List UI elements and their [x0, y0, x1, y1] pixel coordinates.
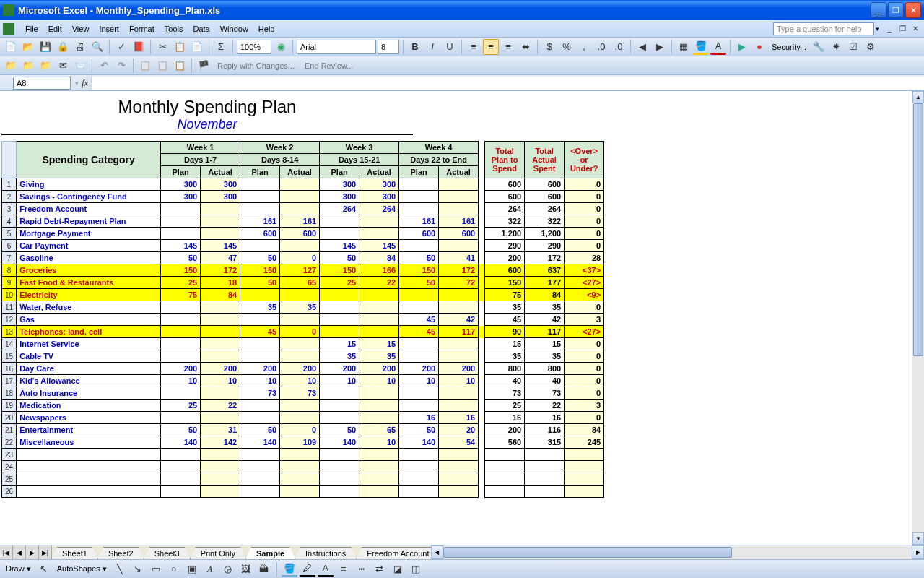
save-icon[interactable]: 💾 — [38, 39, 53, 55]
table-row[interactable]: 13Telephones: land, cell4504511790117<27… — [2, 326, 604, 338]
align-right-icon[interactable]: ≡ — [500, 39, 516, 55]
textbox-icon[interactable]: ▣ — [184, 561, 200, 577]
tool1-icon[interactable]: 🔧 — [811, 39, 827, 55]
line-icon[interactable]: ╲ — [112, 561, 128, 577]
name-box[interactable] — [13, 77, 71, 90]
table-row[interactable]: 12Gas454245423 — [2, 314, 604, 326]
research-icon[interactable]: 📕 — [131, 39, 147, 55]
table-row[interactable]: 20Newspapers161616160 — [2, 412, 604, 424]
sheet-tab-sample[interactable]: Sample — [245, 547, 295, 559]
hscroll-thumb[interactable] — [443, 547, 732, 558]
menu-help[interactable]: Help — [253, 22, 280, 35]
3d-icon[interactable]: ◫ — [408, 561, 424, 577]
play-icon[interactable]: ▶ — [734, 39, 750, 55]
sheet-tab-sheet1[interactable]: Sheet1 — [51, 547, 98, 559]
rev7-icon[interactable]: ↷ — [113, 58, 129, 74]
table-row[interactable]: 10Electricity75847584<9> — [2, 289, 604, 301]
doc-restore-button[interactable]: ❐ — [897, 24, 908, 34]
diagram-icon[interactable]: ◶ — [220, 561, 236, 577]
table-row[interactable]: 23 — [2, 449, 604, 461]
increase-indent-icon[interactable]: ▶ — [652, 39, 668, 55]
italic-icon[interactable]: I — [424, 39, 440, 55]
line-color-icon[interactable]: 🖊 — [300, 561, 315, 577]
table-row[interactable]: 25 — [2, 473, 604, 486]
sheet-tab-instructions[interactable]: Instructions — [295, 547, 357, 559]
oval-icon[interactable]: ○ — [166, 561, 182, 577]
menu-file[interactable]: File — [20, 22, 43, 35]
help-search-input[interactable] — [773, 22, 874, 35]
percent-icon[interactable]: % — [559, 39, 575, 55]
font-color-icon[interactable]: A — [710, 39, 726, 55]
fill-color-icon[interactable]: 🪣 — [693, 39, 709, 55]
scroll-thumb[interactable] — [913, 103, 923, 356]
rev-flag-icon[interactable]: 🏴 — [196, 58, 212, 74]
table-row[interactable]: 18Auto Insurance737373730 — [2, 387, 604, 400]
tool3-icon[interactable]: ☑ — [845, 39, 861, 55]
wordart-icon[interactable]: 𝐴 — [202, 561, 218, 577]
bold-icon[interactable]: B — [407, 39, 423, 55]
print-preview-icon[interactable]: 🔍 — [90, 39, 105, 55]
borders-icon[interactable]: ▦ — [676, 39, 692, 55]
fill-color-draw-icon[interactable]: 🪣 — [282, 561, 297, 577]
table-row[interactable]: 1Giving3003003003006006000 — [2, 178, 604, 191]
next-sheet-button[interactable]: ▶ — [26, 545, 39, 559]
shadow-icon[interactable]: ◪ — [390, 561, 406, 577]
rev2-icon[interactable]: 📁 — [20, 58, 36, 74]
vertical-scrollbar[interactable]: ▲ ▼ — [912, 91, 924, 545]
open-icon[interactable]: 📂 — [20, 39, 36, 55]
scroll-left-icon[interactable]: ◀ — [431, 545, 443, 559]
table-row[interactable]: 2Savings - Contingency Fund3003003003006… — [2, 191, 604, 203]
record-icon[interactable]: ● — [751, 39, 767, 55]
autosum-icon[interactable]: Σ — [213, 39, 229, 55]
table-row[interactable]: 11Water, Refuse353535350 — [2, 301, 604, 314]
rev8-icon[interactable]: 📋 — [137, 58, 153, 74]
table-row[interactable]: 17Kid's Allowance101010101010101040400 — [2, 375, 604, 387]
spelling-icon[interactable]: ✓ — [113, 39, 129, 55]
menu-format[interactable]: Format — [124, 22, 160, 35]
autoshapes-menu[interactable]: AutoShapes ▾ — [54, 563, 110, 575]
tool4-icon[interactable]: ⚙ — [863, 39, 879, 55]
select-objects-icon[interactable]: ↖ — [36, 561, 52, 577]
table-row[interactable]: 7Gasoline50475005084504120017228 — [2, 252, 604, 264]
rev6-icon[interactable]: ↶ — [96, 58, 112, 74]
last-sheet-button[interactable]: ▶| — [39, 545, 52, 559]
sheet-tab-print-only[interactable]: Print Only — [190, 547, 246, 559]
menu-window[interactable]: Window — [215, 22, 253, 35]
line-style-icon[interactable]: ≡ — [336, 561, 352, 577]
rev5-icon[interactable]: 📨 — [72, 58, 88, 74]
picture-icon[interactable]: 🏔 — [256, 561, 272, 577]
comma-icon[interactable]: , — [576, 39, 592, 55]
scroll-up-icon[interactable]: ▲ — [912, 91, 924, 103]
arrow-icon[interactable]: ↘ — [130, 561, 146, 577]
draw-menu[interactable]: Draw ▾ — [3, 563, 34, 575]
print-icon[interactable]: 🖨 — [72, 39, 88, 55]
table-row[interactable]: 8Groceries150172150127150166150172600637… — [2, 264, 604, 277]
rev4-icon[interactable]: ✉ — [55, 58, 71, 74]
end-review-button[interactable]: End Review... — [300, 61, 357, 70]
menu-view[interactable]: View — [67, 22, 95, 35]
fontsize-dropdown[interactable] — [378, 40, 399, 54]
arrow-style-icon[interactable]: ⇄ — [372, 561, 388, 577]
table-row[interactable]: 6Car Payment1451451451452902900 — [2, 240, 604, 252]
table-row[interactable]: 24 — [2, 461, 604, 473]
table-row[interactable]: 22Miscellaneous1401421401091401014054560… — [2, 436, 604, 449]
copy-icon[interactable]: 📋 — [172, 39, 188, 55]
decrease-decimal-icon[interactable]: .0 — [611, 39, 627, 55]
table-row[interactable]: 4Rapid Debt-Repayment Plan16116116116132… — [2, 215, 604, 228]
cut-icon[interactable]: ✂ — [154, 39, 170, 55]
merge-icon[interactable]: ⬌ — [518, 39, 533, 55]
paste-icon[interactable]: 📄 — [189, 39, 205, 55]
font-color-draw-icon[interactable]: A — [318, 561, 334, 577]
reply-changes-button[interactable]: Reply with Changes... — [213, 61, 299, 70]
table-row[interactable]: 19Medication252225223 — [2, 400, 604, 412]
table-row[interactable]: 9Fast Food & Restaurants2518506525225072… — [2, 277, 604, 289]
first-sheet-button[interactable]: |◀ — [0, 545, 13, 559]
rev10-icon[interactable]: 📋 — [172, 58, 188, 74]
formula-input[interactable] — [91, 77, 924, 90]
permission-icon[interactable]: 🔒 — [55, 39, 71, 55]
scroll-right-icon[interactable]: ▶ — [912, 545, 924, 559]
dash-style-icon[interactable]: ┅ — [354, 561, 370, 577]
scroll-down-icon[interactable]: ▼ — [912, 532, 924, 545]
zoom-dropdown[interactable] — [237, 40, 271, 54]
rev1-icon[interactable]: 📁 — [3, 58, 19, 74]
